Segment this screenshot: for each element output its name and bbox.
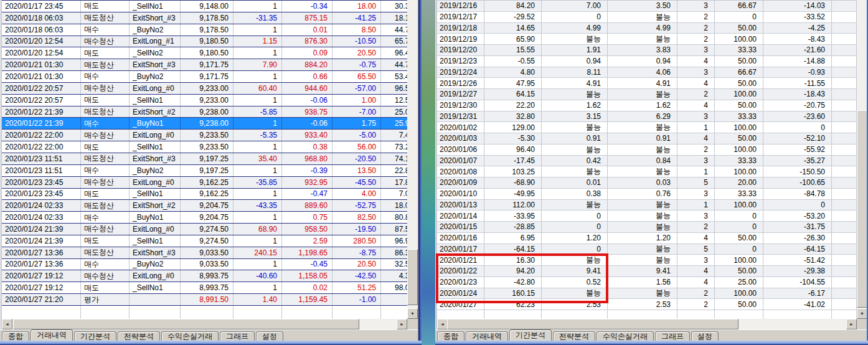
period-row[interactable]: 2019/12/1684.207.003.50366.67-14.03 [437,1,857,12]
trade-row[interactable]: 2020/01/22 20:57매수청산ExitLong_#09,233.006… [2,83,407,95]
period-cell: 0.91 [608,133,677,144]
trade-row[interactable]: 2020/01/23 11:51매수_BuyNo29,197.251-0.391… [2,165,407,177]
period-row[interactable]: 2019/12/3132.803.156.29333.33-23.60 [437,111,857,123]
right-hscroll-thumb[interactable] [447,319,738,329]
period-row[interactable]: 2020/01/13112.00불능불능1100.000 [437,200,857,211]
period-row[interactable]: 2020/01/17-64.150불능50-64.15 [437,244,857,255]
trade-row[interactable]: 2020/01/22 20:57매도_SellNo19,233.001-0.06… [2,95,407,106]
trade-row[interactable]: 2020/01/22 22:00매도_SellNo19,233.5010.385… [2,141,407,153]
trade-row[interactable]: 2020/01/24 21:39매도_SellNo19,274.5012.592… [2,235,407,247]
period-cell [832,111,857,122]
trade-history-window: 2020/01/17 23:45매도_SellNo19,148.001-0.34… [0,0,422,345]
period-row[interactable]: 2019/12/23-0.550.940.94450.00-14.88 [437,56,857,67]
trade-row[interactable]: 2020/01/20 12:54매수청산ExitLong_#19,180.501… [2,36,407,48]
trade-row[interactable]: 2020/01/22 21:39매도청산ExitShort_#29,238.00… [2,106,407,118]
period-row[interactable]: 2020/01/07-17.450.420.84333.33-35.27 [437,156,857,167]
left-hscroll-thumb[interactable] [13,319,359,329]
period-row[interactable]: 2020/01/24160.15불능불능2100.00-6.17 [437,288,857,300]
trade-row[interactable]: 2020/01/22 21:39매수_BuyNo19,238.001-0.061… [2,118,407,130]
trade-row[interactable]: 2020/01/23 23:45매수청산ExitLong_#09,162.25-… [2,177,407,189]
trade-cell: 2.59 [282,235,333,247]
trade-row[interactable]: 2020/01/24 02:33매수_BuyNo19,204.7510.7582… [2,212,407,224]
left-tab-bar: 종합거래내역기간분석전략분석수익손실거래그래프설정 [0,329,422,341]
scroll-right-icon[interactable]: ► [846,319,857,329]
trade-row[interactable]: 2020/01/23 23:45매도_SellNo19,162.251-0.47… [2,189,407,201]
trade-row[interactable]: 2020/01/22 22:00매수청산ExitLong_#09,233.50-… [2,130,407,141]
trade-row[interactable]: 2020/01/21 01:30매도청산ExitShort_#39,171.75… [2,59,407,71]
period-cell [832,200,857,210]
period-row[interactable]: 2020/01/10-49.950.380.76333.33-84.78 [437,189,857,200]
scroll-left-icon[interactable]: ◄ [2,319,12,329]
period-row[interactable]: 2020/01/23-42.800.521.56425.00-104.55 [437,277,857,288]
scroll-right-icon[interactable]: ► [397,319,407,329]
tab-settings[interactable]: 설정 [256,331,283,341]
tab-profit-loss-trades[interactable]: 수익손실거래 [597,331,654,341]
period-row[interactable]: 2019/12/1814.654.994.99250.00-4.25 [437,23,857,34]
tab-summary[interactable]: 종합 [2,331,29,341]
scroll-down-icon[interactable]: ▼ [407,308,418,319]
right-vscroll-thumb[interactable] [857,110,867,308]
period-cell: -52.10 [763,133,832,144]
period-date-cell: 2019/12/31 [437,111,484,122]
scroll-down-icon[interactable]: ▼ [857,308,867,319]
period-row[interactable]: 2020/01/166.951.201.20450.00-26.30 [437,233,857,244]
trade-row[interactable]: 2020/01/27 19:12매수청산ExitLong_#08,993.75-… [2,270,407,282]
period-row[interactable]: 2020/01/2294.209.419.41450.00-29.38 [437,266,857,277]
tab-graph[interactable]: 그래프 [655,331,690,341]
trade-row[interactable]: 2020/01/20 12:54매도_SellNo29,180.5010.092… [2,47,407,59]
period-cell: 4.91 [542,78,608,88]
trade-cell: ExitLong_#0 [130,130,181,141]
period-cell: 50.00 [715,78,763,88]
trade-row[interactable]: 2020/01/21 01:30매수_BuyNo29,171.7510.6665… [2,71,407,83]
tab-strategy-analysis[interactable]: 전략분석 [553,331,595,341]
period-row[interactable]: 2020/01/14-33.950불능30-53.20 [437,210,857,222]
period-row[interactable]: 2019/12/2647.954.914.91450.00-11.55 [437,78,857,89]
trade-row[interactable]: 2020/01/27 19:12매도_SellNo18,993.7510.025… [2,282,407,294]
trade-row[interactable]: 2020/01/27 13:36매수_BuyNo29,033.501-0.452… [2,259,407,271]
period-row[interactable]: 2020/01/08103.25불능불능1100.00-150.50 [437,166,857,177]
period-row[interactable]: 2019/12/2764.15불능불능2100.00-18.43 [437,89,857,100]
period-row[interactable]: 2020/01/2116.30불능불능3100.00-51.42 [437,255,857,266]
trade-row[interactable]: 2020/01/24 02:33매도청산ExitShort_#29,204.75… [2,200,407,212]
trade-row[interactable]: 2020/01/24 21:39매수청산ExitLong_#09,274.506… [2,224,407,235]
tab-period-analysis[interactable]: 기간분석 [509,329,552,341]
trade-row[interactable]: 2020/01/27 21:20평가8,991.501.401,159.45-1… [2,294,407,306]
tab-trade-history[interactable]: 거래내역 [466,331,508,341]
trade-row[interactable]: 2020/01/18 06:03매수_BuyNo29,178.5010.018.… [2,24,407,36]
period-row[interactable]: 2020/01/2762.232.532.53250.00-41.02 [437,299,857,310]
tab-graph[interactable]: 그래프 [220,331,255,341]
left-horizontal-scrollbar[interactable]: ◄ ► [2,319,407,329]
trade-row[interactable]: 2020/01/18 06:03매도청산ExitShort_#39,178.50… [2,12,407,24]
trade-row[interactable]: 2020/01/23 11:51매도청산ExitShort_#39,197.25… [2,153,407,165]
tab-trade-history[interactable]: 거래내역 [31,329,73,341]
period-row[interactable]: 2019/12/17-29.520불능20-33.52 [437,12,857,23]
period-cell: 14.65 [484,23,542,34]
period-row[interactable]: 2019/12/2015.551.913.83333.33-21.60 [437,45,857,56]
period-row[interactable]: 2019/12/1965.90불능불능2100.00-8.43 [437,34,857,45]
trade-row[interactable]: 2020/01/27 13:36매도청산ExitShort_#39,033.50… [2,247,407,259]
period-cell: -64.15 [763,244,832,255]
trade-cell: 933.40 [282,130,333,141]
period-row[interactable]: 2020/01/15-28.850불능20-31.75 [437,222,857,233]
period-row[interactable]: 2020/01/0696.40불능불능2100.00-55.92 [437,144,857,156]
left-vscroll-thumb[interactable] [407,249,418,305]
period-row[interactable]: 2019/12/244.808.114.06366.67-0.93 [437,67,857,78]
right-vertical-scrollbar[interactable]: ▼ [857,0,867,319]
tab-settings[interactable]: 설정 [691,331,719,341]
tab-strategy-analysis[interactable]: 전략분석 [118,331,160,341]
period-cell: 2 [677,299,715,310]
trade-cell: 889.60 [282,200,333,211]
period-row[interactable]: 2019/12/3022.201.621.62450.00-20.75 [437,100,857,111]
tab-summary[interactable]: 종합 [437,331,465,341]
tab-profit-loss-trades[interactable]: 수익손실거래 [161,331,219,341]
left-vertical-scrollbar[interactable]: ▼ [407,0,418,319]
scroll-left-icon[interactable]: ◄ [437,319,448,329]
right-horizontal-scrollbar[interactable]: ◄ ► [437,319,857,329]
period-row[interactable]: 2020/01/02129.00불능불능1100.000 [437,122,857,133]
period-row[interactable]: 2020/01/03-5.300.910.91450.00-52.10 [437,133,857,144]
trade-row[interactable]: 2020/01/17 23:45매도_SellNo19,148.001-0.34… [2,1,407,12]
trade-cell: 876.30 [282,36,333,47]
tab-period-analysis[interactable]: 기간분석 [74,331,116,341]
period-row[interactable]: 2020/01/09-68.900.010.03520.00-100.65 [437,177,857,189]
trade-cell: _BuyNo2 [130,165,181,176]
